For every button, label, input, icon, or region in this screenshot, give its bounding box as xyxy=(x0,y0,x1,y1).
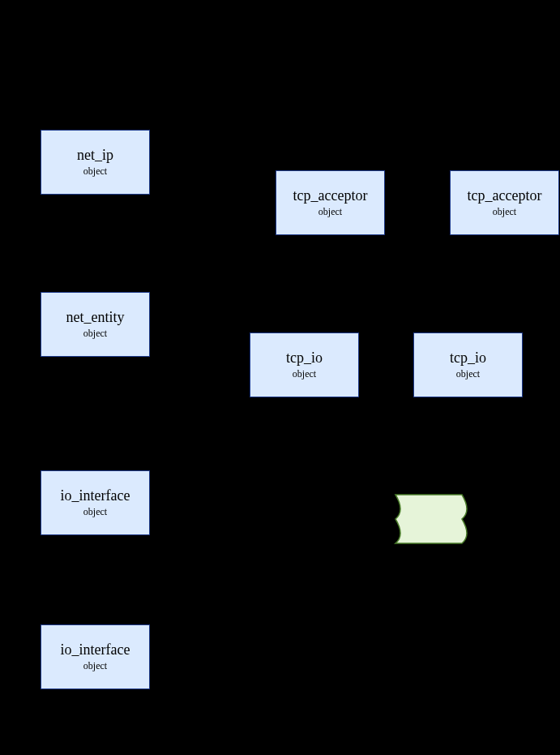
tcp-io-1-subtitle: object xyxy=(293,368,316,380)
tcp-acceptor-1-subtitle: object xyxy=(318,206,342,218)
tcp-acceptor-1-title: tcp_acceptor xyxy=(293,187,368,205)
queue-line2: Queue xyxy=(418,519,446,533)
io-interface-1-subtitle: object xyxy=(83,506,107,518)
tcp-io-1-box[interactable]: tcp_io object xyxy=(250,332,359,397)
net-ip-title: net_ip xyxy=(77,147,113,165)
tcp-io-1-title: tcp_io xyxy=(286,350,323,367)
io-interface-1-box[interactable]: io_interface object xyxy=(41,470,150,535)
tcp-acceptor-1-box[interactable]: tcp_acceptor object xyxy=(276,170,385,235)
tcp-acceptor-2-subtitle: object xyxy=(493,206,516,218)
net-ip-subtitle: object xyxy=(83,165,107,178)
outbound-queue[interactable]: Outbound Queue xyxy=(395,496,468,542)
io-interface-2-box[interactable]: io_interface object xyxy=(41,624,150,689)
net-entity-subtitle: object xyxy=(83,328,107,340)
tcp-acceptor-2-title: tcp_acceptor xyxy=(468,187,542,205)
tcp-io-2-title: tcp_io xyxy=(450,350,486,367)
net-entity-title: net_entity xyxy=(66,309,125,327)
net-ip-box[interactable]: net_ip object xyxy=(41,130,150,195)
tcp-acceptor-2-box[interactable]: tcp_acceptor object xyxy=(450,170,559,235)
queue-line1: Outbound xyxy=(411,505,453,519)
tcp-io-2-subtitle: object xyxy=(456,368,480,380)
io-interface-1-title: io_interface xyxy=(61,487,130,505)
tcp-io-2-box[interactable]: tcp_io object xyxy=(413,332,523,397)
io-interface-2-title: io_interface xyxy=(61,641,130,659)
net-entity-box[interactable]: net_entity object xyxy=(41,292,150,357)
io-interface-2-subtitle: object xyxy=(83,660,107,672)
